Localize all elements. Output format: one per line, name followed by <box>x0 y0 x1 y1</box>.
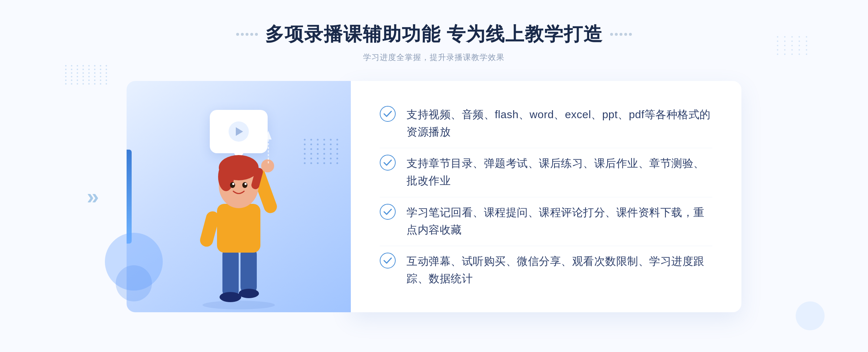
page-title: 多项录播课辅助功能 专为线上教学打造 <box>265 22 603 47</box>
deco-circle-bottom-right <box>796 301 825 330</box>
main-content: » 支持视频、音频、flash、word、excel、ppt、pdf等各种格式的… <box>127 81 741 312</box>
feature-item-1: 支持视频、音频、flash、word、excel、ppt、pdf等各种格式的资源… <box>380 99 712 147</box>
illus-dot-grid <box>304 139 340 164</box>
check-icon-2 <box>380 155 396 171</box>
header-dots-right <box>610 33 632 36</box>
page-subtitle: 学习进度全掌握，提升录播课教学效果 <box>236 52 632 63</box>
svg-point-7 <box>261 159 274 172</box>
svg-rect-1 <box>222 247 239 298</box>
feature-item-3: 学习笔记回看、课程提问、课程评论打分、课件资料下载，重点内容收藏 <box>380 197 712 245</box>
svg-rect-2 <box>241 247 257 294</box>
svg-marker-19 <box>265 131 272 139</box>
decorative-dots-right <box>777 36 810 55</box>
feature-item-2: 支持章节目录、弹题考试、课后练习、课后作业、章节测验、批改作业 <box>380 148 712 196</box>
header-section: 多项录播课辅助功能 专为线上教学打造 学习进度全掌握，提升录播课教学效果 <box>236 0 632 63</box>
svg-point-0 <box>203 301 275 309</box>
svg-point-3 <box>220 292 241 302</box>
decorative-dots-left <box>65 65 109 137</box>
check-icon-4 <box>380 253 396 269</box>
svg-point-17 <box>244 183 247 185</box>
svg-point-16 <box>232 183 234 185</box>
page-container: 多项录播课辅助功能 专为线上教学打造 学习进度全掌握，提升录播课教学效果 <box>0 0 868 352</box>
check-icon-3 <box>380 204 396 220</box>
features-card: 支持视频、音频、flash、word、excel、ppt、pdf等各种格式的资源… <box>351 81 741 312</box>
feature-text-4: 互动弹幕、试听购买、微信分享、观看次数限制、学习进度跟踪、数据统计 <box>407 253 712 287</box>
svg-point-4 <box>239 289 259 298</box>
feature-text-1: 支持视频、音频、flash、word、excel、ppt、pdf等各种格式的资源… <box>407 106 712 141</box>
svg-point-14 <box>230 182 235 188</box>
svg-point-15 <box>242 182 247 188</box>
header-dots-left <box>236 33 258 36</box>
feature-text-2: 支持章节目录、弹题考试、课后练习、课后作业、章节测验、批改作业 <box>407 155 712 189</box>
left-chevron-icon: » <box>87 186 95 207</box>
blue-accent-bar <box>127 150 132 244</box>
feature-item-4: 互动弹幕、试听购买、微信分享、观看次数限制、学习进度跟踪、数据统计 <box>380 246 712 294</box>
illustration-card: » <box>127 81 351 312</box>
feature-text-3: 学习笔记回看、课程提问、课程评论打分、课件资料下载，重点内容收藏 <box>407 204 712 239</box>
check-icon-1 <box>380 106 396 122</box>
deco-circle-small <box>116 265 152 301</box>
header-title-wrapper: 多项录播课辅助功能 专为线上教学打造 <box>236 22 632 47</box>
person-illustration <box>170 124 307 312</box>
svg-rect-5 <box>217 204 260 253</box>
